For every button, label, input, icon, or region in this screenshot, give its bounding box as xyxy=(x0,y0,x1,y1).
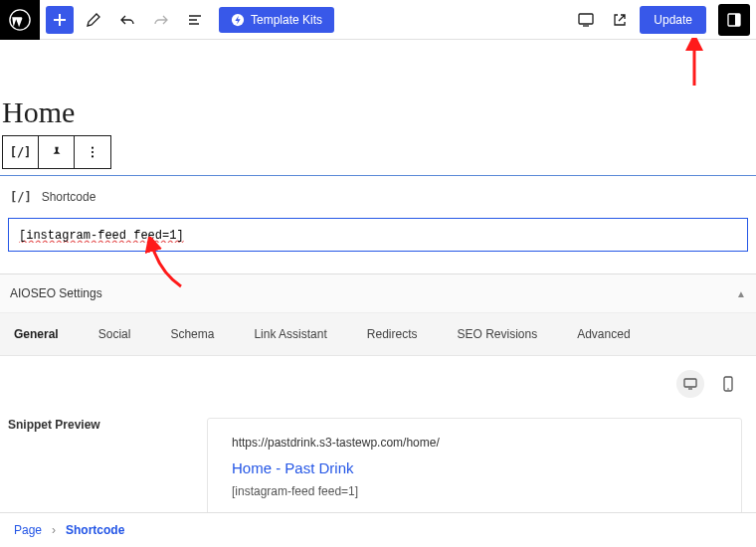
shortcode-input[interactable] xyxy=(19,229,737,243)
block-toolbar: [/] xyxy=(2,135,111,169)
breadcrumb-current[interactable]: Shortcode xyxy=(66,523,124,537)
pushpin-icon xyxy=(50,145,64,159)
tab-redirects[interactable]: Redirects xyxy=(367,327,418,341)
plus-icon xyxy=(52,12,68,28)
svg-point-10 xyxy=(727,388,729,390)
svg-point-7 xyxy=(92,155,94,157)
aioseo-panel-title: AIOSEO Settings xyxy=(10,286,102,300)
view-desktop-button[interactable] xyxy=(572,6,600,34)
add-block-button[interactable] xyxy=(46,6,74,34)
snippet-meta: [instagram-feed feed=1] xyxy=(232,481,717,503)
snippet-preview-row: Snippet Preview https://pastdrink.s3-tas… xyxy=(0,398,756,517)
shortcode-field-wrap xyxy=(8,218,748,252)
preview-desktop-button[interactable] xyxy=(676,370,704,398)
monitor-icon xyxy=(682,376,698,392)
block-type-label: Shortcode xyxy=(42,190,96,204)
edit-mode-button[interactable] xyxy=(80,6,107,34)
wordpress-logo[interactable] xyxy=(0,0,40,40)
snippet-preview-label: Snippet Preview xyxy=(8,418,187,517)
list-icon xyxy=(187,12,203,28)
redo-icon xyxy=(153,12,169,28)
svg-point-5 xyxy=(92,147,94,149)
aioseo-tabs: General Social Schema Link Assistant Red… xyxy=(0,313,756,356)
aioseo-panel: AIOSEO Settings ▲ General Social Schema … xyxy=(0,274,756,517)
document-overview-button[interactable] xyxy=(181,6,209,34)
breadcrumb: Page › Shortcode xyxy=(0,512,756,547)
breadcrumb-root[interactable]: Page xyxy=(14,523,42,537)
wordpress-icon xyxy=(9,9,31,31)
template-kits-button[interactable]: Template Kits xyxy=(219,7,334,33)
block-type-cell[interactable]: [/] xyxy=(3,136,39,168)
block-header: [/] Shortcode xyxy=(10,190,748,204)
page-title[interactable]: Home xyxy=(2,95,756,129)
bolt-icon xyxy=(231,13,245,27)
tab-link-assistant[interactable]: Link Assistant xyxy=(254,327,326,341)
more-vertical-icon xyxy=(86,145,99,159)
tab-seo-revisions[interactable]: SEO Revisions xyxy=(457,327,537,341)
svg-point-6 xyxy=(92,151,94,153)
block-edit-area: [/] Shortcode xyxy=(0,176,756,260)
collapse-icon: ▲ xyxy=(736,288,746,299)
tab-social[interactable]: Social xyxy=(98,327,131,341)
update-button[interactable]: Update xyxy=(640,6,706,34)
template-kits-label: Template Kits xyxy=(251,13,322,27)
undo-icon xyxy=(119,12,135,28)
snippet-url: https://pastdrink.s3-tastewp.com/home/ xyxy=(232,433,717,455)
external-link-icon xyxy=(612,12,628,28)
sidebar-icon xyxy=(726,12,742,28)
shortcode-icon: [/] xyxy=(10,145,32,159)
update-label: Update xyxy=(654,13,692,27)
preview-device-row xyxy=(0,356,756,398)
snippet-title: Home - Past Drink xyxy=(232,455,717,481)
editor-toolbar: Template Kits Update xyxy=(0,0,756,40)
desktop-icon xyxy=(577,11,595,29)
open-external-button[interactable] xyxy=(606,6,634,34)
shortcode-icon: [/] xyxy=(10,190,32,204)
block-more-cell[interactable] xyxy=(75,136,110,168)
chevron-right-icon: › xyxy=(52,523,56,537)
settings-panel-toggle[interactable] xyxy=(718,4,750,36)
snippet-preview-box: https://pastdrink.s3-tastewp.com/home/ H… xyxy=(207,418,742,517)
tab-general[interactable]: General xyxy=(14,327,59,341)
tab-advanced[interactable]: Advanced xyxy=(577,327,630,341)
svg-rect-4 xyxy=(735,14,740,26)
undo-button[interactable] xyxy=(113,6,141,34)
mobile-icon xyxy=(722,376,734,392)
aioseo-panel-header[interactable]: AIOSEO Settings ▲ xyxy=(0,274,756,313)
redo-button[interactable] xyxy=(147,6,175,34)
block-move-cell[interactable] xyxy=(39,136,75,168)
svg-rect-2 xyxy=(579,14,593,24)
pencil-icon xyxy=(86,12,101,28)
annotation-arrow xyxy=(684,38,704,88)
preview-mobile-button[interactable] xyxy=(714,370,742,398)
tab-schema[interactable]: Schema xyxy=(170,327,214,341)
svg-rect-8 xyxy=(684,379,696,387)
